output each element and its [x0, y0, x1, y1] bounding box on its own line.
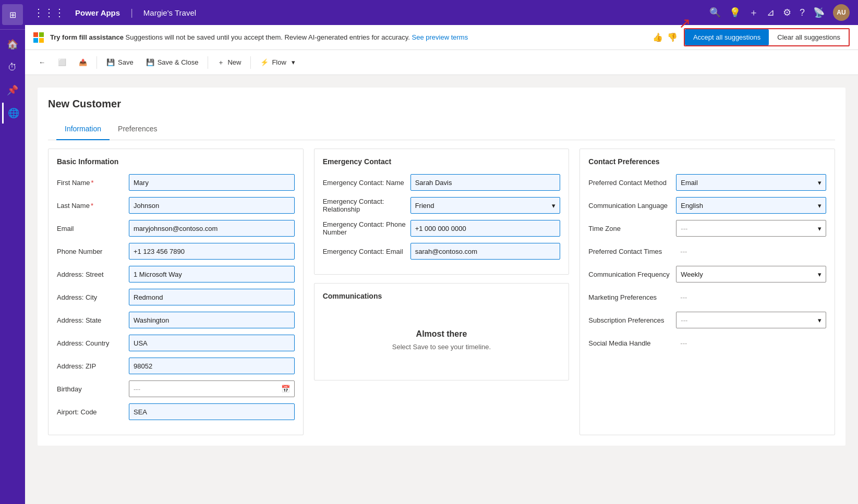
airport-input[interactable]: [129, 403, 295, 420]
main-area: ⋮⋮⋮ Power Apps | Margie's Travel 🔍 💡 ＋ ⊿…: [25, 0, 858, 504]
last-name-required: *: [91, 202, 93, 210]
svg-rect-1: [39, 32, 44, 37]
ec-relationship-value: Friend: [415, 202, 434, 210]
sub-pref-select[interactable]: --- ▾: [676, 312, 826, 328]
birthday-value: ---: [134, 385, 140, 393]
ec-name-input[interactable]: [410, 174, 561, 191]
svg-rect-0: [33, 32, 38, 37]
accept-all-button[interactable]: Accept all suggestions: [685, 29, 769, 45]
timezone-select[interactable]: --- ▾: [676, 220, 826, 237]
tab-preferences[interactable]: Preferences: [110, 118, 165, 140]
page-content: New Customer Information Preferences Bas…: [25, 75, 858, 504]
first-name-required: *: [91, 179, 94, 187]
birthday-input[interactable]: --- 📅: [129, 380, 295, 397]
emergency-contact-title: Emergency Contact: [323, 157, 561, 166]
basic-info-title: Basic Information: [57, 157, 295, 166]
pref-method-label: Preferred Contact Method: [588, 179, 672, 187]
toolbar-divider-3: [250, 56, 251, 69]
city-label: Address: City: [57, 293, 125, 301]
street-field: Address: Street: [57, 266, 295, 282]
email-input[interactable]: [129, 220, 295, 237]
header-actions: 🔍 💡 ＋ ⊿ ⚙ ? 📡 AU: [709, 4, 850, 21]
back-button[interactable]: ←: [33, 55, 51, 69]
restore-button[interactable]: ⬜: [53, 55, 71, 69]
sidebar-icon-grid[interactable]: ⊞: [2, 4, 23, 25]
first-name-field: First Name*: [57, 174, 295, 191]
form-container: New Customer Information Preferences Bas…: [38, 88, 845, 446]
clear-all-button[interactable]: Clear all suggestions: [769, 29, 849, 45]
first-name-input[interactable]: [129, 174, 295, 191]
pref-method-chevron: ▾: [818, 179, 821, 187]
comm-freq-select[interactable]: Weekly ▾: [676, 266, 826, 282]
save-close-label: Save & Close: [158, 58, 199, 66]
phone-input[interactable]: [129, 243, 295, 260]
sub-pref-value: ---: [681, 316, 687, 324]
thumbs-down-icon[interactable]: 👎: [667, 32, 678, 42]
ec-email-input[interactable]: [410, 243, 561, 260]
save-button[interactable]: 💾 Save: [101, 55, 139, 69]
top-header: ⋮⋮⋮ Power Apps | Margie's Travel 🔍 💡 ＋ ⊿…: [25, 0, 858, 25]
pref-method-select[interactable]: Email ▾: [676, 174, 826, 191]
sidebar-icon-recent[interactable]: ⏱: [2, 57, 23, 78]
social-label: Social Media Handle: [588, 339, 672, 347]
add-icon[interactable]: ＋: [749, 6, 758, 19]
comm-lang-field: Communication Language English ▾: [588, 197, 826, 214]
sidebar-icon-globe[interactable]: 🌐: [2, 103, 23, 124]
state-input[interactable]: [129, 312, 295, 328]
ec-phone-field: Emergency Contact: Phone Number: [323, 220, 561, 237]
brand-label: Power Apps: [75, 8, 120, 17]
state-field: Address: State: [57, 312, 295, 328]
flow-button[interactable]: ⚡ Flow ▾: [255, 55, 300, 69]
mktg-pref-label: Marketing Preferences: [588, 293, 672, 301]
comm-lang-select[interactable]: English ▾: [676, 197, 826, 214]
last-name-label: Last Name*: [57, 202, 125, 210]
avatar[interactable]: AU: [833, 4, 850, 21]
help-icon[interactable]: ?: [800, 7, 805, 18]
tab-information[interactable]: Information: [56, 118, 110, 140]
ec-relationship-select[interactable]: Friend ▾: [410, 197, 561, 214]
pref-method-field: Preferred Contact Method Email ▾: [588, 174, 826, 191]
ec-phone-label: Emergency Contact: Phone Number: [323, 220, 406, 236]
pref-times-value: ---: [676, 243, 826, 260]
email-label: Email: [57, 225, 125, 232]
comm-lang-value: English: [681, 202, 703, 210]
open-button[interactable]: 📤: [74, 55, 92, 69]
comm-freq-chevron: ▾: [818, 271, 821, 278]
banner-text: Try form fill assistance Suggestions wil…: [50, 33, 646, 41]
street-label: Address: Street: [57, 271, 125, 278]
settings-icon[interactable]: ⚙: [783, 7, 791, 18]
city-input[interactable]: [129, 289, 295, 305]
filter-icon[interactable]: ⊿: [767, 7, 775, 18]
airport-field: Airport: Code: [57, 403, 295, 420]
search-icon[interactable]: 🔍: [709, 7, 721, 18]
toolbar-divider-1: [96, 56, 97, 69]
ec-name-field: Emergency Contact: Name: [323, 174, 561, 191]
calendar-icon[interactable]: 📅: [281, 385, 290, 393]
banner-bold: Try form fill assistance: [50, 33, 124, 41]
email-field: Email: [57, 220, 295, 237]
ec-phone-input[interactable]: [410, 220, 561, 237]
tabs: Information Preferences: [48, 118, 835, 140]
basic-info-section: Basic Information First Name* Last Name*…: [48, 149, 304, 435]
last-name-field: Last Name*: [57, 197, 295, 214]
toolbar: ← ⬜ 📤 💾 Save 💾 Save & Close ＋ New ⚡ Flow…: [25, 50, 858, 75]
app-grid-icon[interactable]: ⋮⋮⋮: [33, 6, 65, 19]
banner-link[interactable]: See preview terms: [412, 33, 468, 41]
sub-pref-field: Subscription Preferences --- ▾: [588, 312, 826, 328]
communications-section: Communications Almost there Select Save …: [314, 283, 570, 380]
remote-icon[interactable]: 📡: [813, 7, 825, 18]
thumbs-up-icon[interactable]: 👍: [652, 32, 663, 42]
country-input[interactable]: [129, 335, 295, 351]
save-close-button[interactable]: 💾 Save & Close: [141, 55, 204, 69]
new-button[interactable]: ＋ New: [212, 55, 246, 70]
lightbulb-icon[interactable]: 💡: [729, 7, 741, 18]
timezone-field: Time Zone --- ▾: [588, 220, 826, 237]
street-input[interactable]: [129, 266, 295, 282]
zip-input[interactable]: [129, 358, 295, 374]
new-icon: ＋: [217, 58, 224, 67]
timezone-label: Time Zone: [588, 225, 672, 232]
sidebar-icon-home[interactable]: 🏠: [2, 34, 23, 55]
timezone-value: ---: [681, 225, 687, 232]
last-name-input[interactable]: [129, 197, 295, 214]
sidebar-icon-pin[interactable]: 📌: [2, 80, 23, 101]
